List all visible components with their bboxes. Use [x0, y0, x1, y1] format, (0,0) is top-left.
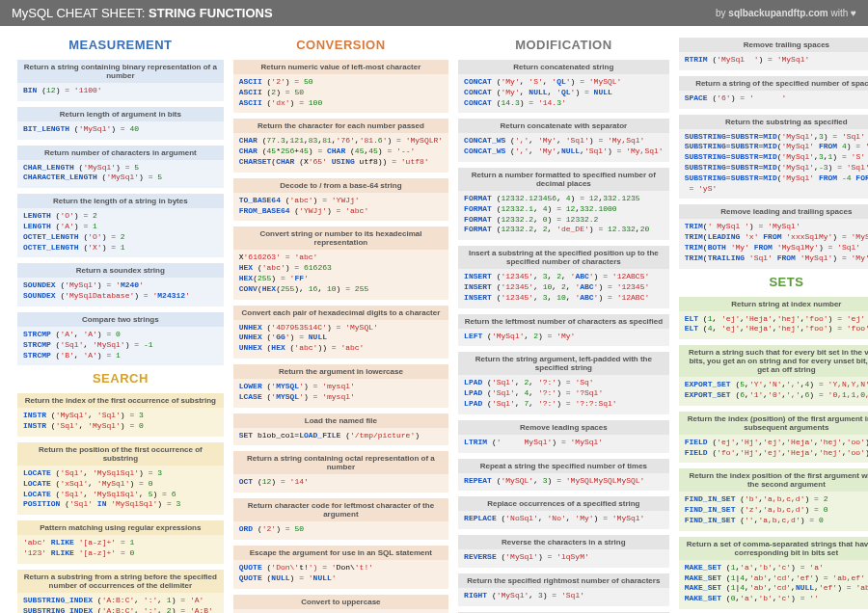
- block-desc: Remove leading spaces: [458, 420, 669, 435]
- page-body: MEASUREMENTReturn a string containing bi…: [0, 26, 868, 613]
- sheet-block: Escape the argument for use in an SQL st…: [233, 546, 448, 589]
- block-code: INSERT ('12345', 3, 2, 'ABC') = '12ABC5'…: [458, 269, 669, 307]
- sheet-block: Return the index of the first occurrence…: [17, 393, 224, 437]
- block-desc: Return a set of comma-separated strings …: [679, 537, 868, 560]
- block-desc: Return the index position of the first a…: [679, 468, 868, 492]
- block-desc: Return the leftmost number of characters…: [458, 314, 669, 329]
- sheet-block: Return a string containing binary repres…: [17, 60, 224, 101]
- block-code: LEFT ('MySql', 2) = 'My': [458, 329, 669, 347]
- block-desc: Insert a substring at the specified posi…: [458, 246, 669, 269]
- block-desc: Return a soundex string: [17, 263, 224, 278]
- sheet-block: Load the named fileSET blob_col=LOAD_FIL…: [233, 413, 448, 446]
- block-desc: Return the argument in lowercase: [233, 364, 448, 379]
- block-code: X'616263' = 'abc' HEX ('abc') = 616263 H…: [233, 250, 448, 299]
- sheet-block: Return a number formatted to specified n…: [458, 168, 669, 240]
- block-code: CONCAT ('My', 'S', 'QL') = 'MySQL' CONCA…: [458, 74, 669, 113]
- block-desc: Return the index of the first occurrence…: [17, 393, 224, 408]
- block-code: EXPORT_SET (5,'Y','N',',',4) = 'Y,N,Y,N'…: [679, 377, 868, 406]
- sheet-block: Return string at index numberELT (1, 'ej…: [679, 297, 868, 340]
- block-code: LENGTH ('O') = 2 LENGTH ('A') = 1 OCTET_…: [17, 208, 224, 257]
- block-code: RTRIM ('MySql ') = 'MySql': [679, 52, 868, 70]
- block-code: STRCMP ('A', 'A') = 0 STRCMP ('Sql', 'My…: [17, 327, 224, 365]
- sheet-block: Return number of characters in argumentC…: [17, 146, 224, 189]
- block-desc: Compare two strings: [17, 312, 224, 327]
- block-desc: Replace occurrences of a specified strin…: [458, 496, 669, 511]
- sheet-block: Pattern matching using regular expressio…: [17, 520, 224, 564]
- block-code: SUBSTRING_INDEX ('A:B:C', ':', 1) = 'A' …: [17, 593, 224, 613]
- block-code: MAKE_SET (1,'a','b','c') = 'a' MAKE_SET …: [679, 560, 868, 609]
- block-desc: Return character code for leftmost chara…: [233, 498, 448, 521]
- block-code: LOCATE ('Sql', 'MySqlSql') = 3 LOCATE ('…: [17, 466, 224, 515]
- block-code: CHAR (77.3,121,83,81,'76','81.6') = 'MyS…: [233, 133, 448, 172]
- sheet-block: Convert to uppercaseUPPER ('mysql') = 'M…: [233, 595, 448, 613]
- block-desc: Decode to / from a base-64 string: [233, 178, 448, 193]
- block-desc: Return a string containing octal represe…: [233, 451, 448, 474]
- block-desc: Return a substring from a string before …: [17, 570, 224, 593]
- block-desc: Convert each pair of hexadecimal digits …: [233, 306, 448, 320]
- sheet-block: Insert a substring at the specified posi…: [458, 246, 669, 307]
- block-code: REPLACE ('NoSql', 'No', 'My') = 'MySql': [458, 511, 669, 529]
- sheet-block: Return concatenated stringCONCAT ('My', …: [458, 60, 669, 113]
- block-desc: Return a string such that for every bit …: [679, 345, 868, 377]
- block-code: OCT (12) = '14': [233, 474, 448, 493]
- block-code: SET blob_col=LOAD_FILE ('/tmp/picture'): [233, 428, 448, 446]
- sheet-block: Return a soundex stringSOUNDEX ('MySql')…: [17, 263, 224, 306]
- block-code: FIELD ('ej','Hj','ej','Heja','hej','oo')…: [679, 435, 868, 464]
- sheet-block: Replace occurrences of a specified strin…: [458, 496, 669, 529]
- block-desc: Convert string or number to its hexadeci…: [233, 227, 448, 250]
- sheet-block: Remove leading and trailing spacesTRIM('…: [679, 204, 868, 268]
- sheet-block: Return a substring from a string before …: [17, 570, 224, 613]
- block-desc: Return string at index number: [679, 297, 868, 311]
- block-desc: Return the position of the first occurre…: [17, 442, 224, 466]
- sheet-block: Decode to / from a base-64 stringTO_BASE…: [233, 178, 448, 222]
- block-desc: Return a number formatted to specified n…: [458, 168, 669, 191]
- sheet-block: Return the position of the first occurre…: [17, 442, 224, 515]
- section-title-search: SEARCH: [17, 371, 224, 386]
- block-code: SOUNDEX ('MySql') = 'M240' SOUNDEX ('MyS…: [17, 278, 224, 306]
- block-code: ASCII ('2') = 50 ASCII (2) = 50 ASCII ('…: [233, 74, 448, 113]
- block-desc: Return the string argument, left-padded …: [458, 352, 669, 375]
- block-desc: Return the character for each number pas…: [233, 119, 448, 133]
- block-code: RIGHT ('MySql', 3) = 'Sql': [458, 588, 669, 606]
- header-credit: by sqlbackupandftp.com with ♥: [716, 8, 856, 18]
- block-code: UPPER ('mysql') = 'MYSQL' UCASE ('mysql'…: [233, 609, 448, 613]
- sheet-block: Return the specified rightmost number of…: [458, 573, 669, 606]
- block-code: BIN (12) = '1100': [17, 83, 224, 101]
- block-code: QUOTE ('Don\'t!') = 'Don\'t!' QUOTE (NUL…: [233, 560, 448, 589]
- block-desc: Convert to uppercase: [233, 595, 448, 609]
- block-code: LTRIM (' MySql') = 'MySql': [458, 435, 669, 453]
- sheet-block: Return a string containing octal represe…: [233, 451, 448, 493]
- header-prefix: MySQL CHEAT SHEET:: [12, 6, 145, 20]
- block-desc: Return numeric value of left-most charac…: [233, 60, 448, 74]
- sheet-block: Return the character for each number pas…: [233, 119, 448, 172]
- sheet-block: Return the leftmost number of characters…: [458, 314, 669, 347]
- block-code: ELT (1, 'ej','Heja','hej','foo') = 'ej' …: [679, 311, 868, 340]
- block-code: BIT_LENGTH ('MySql') = 40: [17, 121, 224, 140]
- block-desc: Return a string of the specified number …: [679, 76, 868, 91]
- block-code: LPAD ('Sql', 2, '?:') = 'Sq' LPAD ('Sql'…: [458, 375, 669, 413]
- sheet-block: Return the string argument, left-padded …: [458, 352, 669, 413]
- sheet-block: Convert each pair of hexadecimal digits …: [233, 306, 448, 359]
- block-desc: Return the length of a string in bytes: [17, 194, 224, 208]
- sheet-block: Return a string such that for every bit …: [679, 345, 868, 406]
- header-topic: STRING FUNCTIONS: [149, 6, 273, 20]
- sheet-block: Return the index position of the first a…: [679, 468, 868, 530]
- block-desc: Remove leading and trailing spaces: [679, 204, 868, 219]
- sheet-block: Return the index (position) of the first…: [679, 412, 868, 464]
- block-desc: Return the index (position) of the first…: [679, 412, 868, 435]
- block-code: ORD ('2') = 50: [233, 521, 448, 540]
- block-code: FORMAT (12332.123456, 4) = 12,332.1235 F…: [458, 191, 669, 240]
- block-desc: Reverse the characters in a string: [458, 535, 669, 549]
- block-desc: Pattern matching using regular expressio…: [17, 520, 224, 535]
- section-title-sets: SETS: [679, 275, 868, 289]
- block-code: REPEAT ('MySQL', 3) = 'MySQLMySQLMySQL': [458, 473, 669, 492]
- block-desc: Return concatenate with separator: [458, 119, 669, 133]
- sheet-block: Reverse the characters in a stringREVERS…: [458, 535, 669, 568]
- sheet-block: Return concatenate with separatorCONCAT_…: [458, 119, 669, 162]
- block-desc: Return the specified rightmost number of…: [458, 573, 669, 588]
- sheet-block: Return length of argument in bitsBIT_LEN…: [17, 107, 224, 140]
- block-desc: Escape the argument for use in an SQL st…: [233, 546, 448, 560]
- sheet-block: Return a set of comma-separated strings …: [679, 537, 868, 609]
- block-code: REVERSE ('MySql') = 'lqSyM': [458, 549, 669, 568]
- block-desc: Repeat a string the specified number of …: [458, 459, 669, 473]
